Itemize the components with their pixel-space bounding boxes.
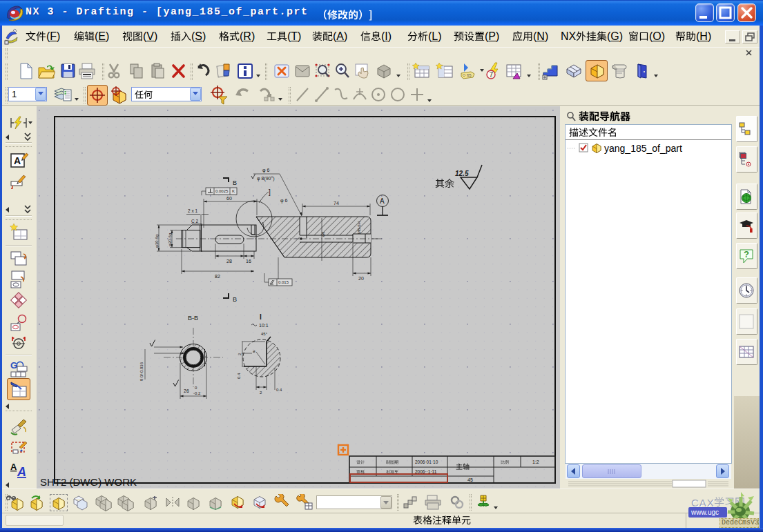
svg-text:C 2: C 2 [191,219,199,224]
svg-text:7: 7 [490,71,494,79]
svg-text:B: B [233,296,237,303]
svg-text:]: ] [269,188,271,196]
svg-text:φ 6: φ 6 [280,198,287,204]
svg-text:A: A [14,155,21,166]
svg-text:A: A [380,197,385,205]
svg-text:M8-6H: M8-6H [357,221,361,234]
svg-text:45°: 45° [261,332,268,336]
svg-text:1:2: 1:2 [532,460,539,464]
svg-text:65: 65 [467,73,472,77]
svg-text:φ30-6g: φ30-6g [155,235,159,248]
svg-text:26: 26 [184,388,189,393]
svg-text:28: 28 [226,259,232,264]
svg-text:82: 82 [215,274,220,279]
svg-text:74: 74 [334,201,339,206]
svg-text:8 0/-0.036: 8 0/-0.036 [139,362,144,381]
svg-text:12.5: 12.5 [455,170,469,177]
svg-text:A: A [10,462,17,472]
svg-text:B: B [233,179,237,186]
svg-text:B-B: B-B [188,315,198,322]
svg-text:0.4: 0.4 [237,373,241,379]
svg-text:φ 6: φ 6 [262,168,269,173]
svg-text:2 x 1: 2 x 1 [188,208,197,213]
svg-text:I: I [260,313,262,321]
svg-text:A: A [17,465,26,479]
svg-text:φ20-6g: φ20-6g [168,233,172,246]
svg-text:0.0025: 0.0025 [215,189,229,193]
svg-text:ø: ø [253,349,255,353]
svg-text:10:1: 10:1 [259,323,269,328]
svg-text:-0.2: -0.2 [193,391,201,395]
svg-text:G: G [10,360,17,371]
svg-text:16: 16 [246,259,251,264]
svg-text:φ 8(90°): φ 8(90°) [257,176,275,181]
svg-text:?: ? [744,249,749,259]
svg-text:2006··1·11: 2006··1·11 [415,469,437,474]
svg-text:20: 20 [358,276,364,281]
svg-text:45: 45 [467,477,473,482]
svg-text:0.015: 0.015 [278,280,289,284]
svg-text:60: 60 [226,196,232,201]
svg-text:SHT2 (DWG) WORK: SHT2 (DWG) WORK [40,476,137,488]
svg-text:2006·01·10: 2006·01·10 [415,460,438,464]
svg-text:K: K [232,189,235,193]
svg-text:0.4: 0.4 [276,388,282,392]
